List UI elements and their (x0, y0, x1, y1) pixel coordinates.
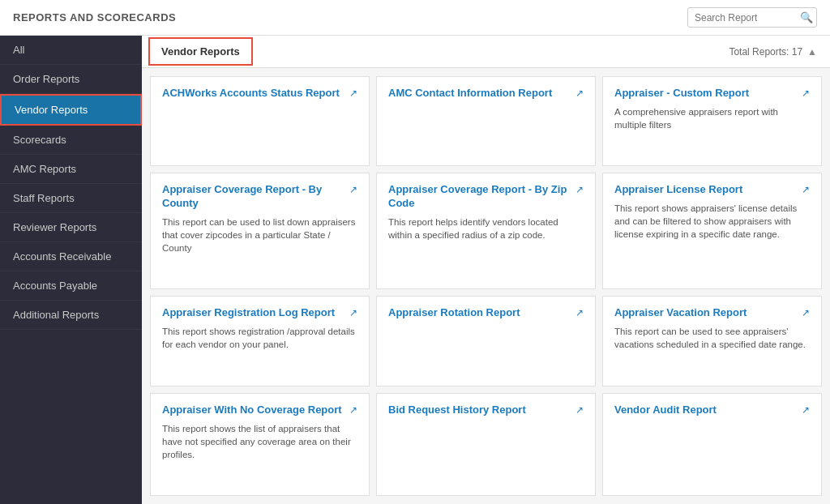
report-description: This report helps identify vendors locat… (388, 216, 584, 241)
report-title[interactable]: AMC Contact Information Report (388, 87, 552, 100)
report-card: Appraiser Registration Log Report↗This r… (150, 296, 370, 386)
report-card: Appraiser Coverage Report - By Zip Code↗… (376, 173, 596, 289)
report-card: Bid Request History Report↗ (376, 393, 596, 496)
external-link-icon[interactable]: ↗ (802, 404, 810, 416)
search-icon: 🔍 (800, 11, 813, 23)
external-link-icon[interactable]: ↗ (575, 184, 584, 195)
report-card: Appraiser - Custom Report↗A comprehensiv… (602, 76, 822, 166)
report-card: ACHWorks Accounts Status Report↗ (150, 76, 370, 166)
collapse-icon[interactable]: ▲ (807, 46, 817, 58)
search-box[interactable]: 🔍 (687, 7, 817, 28)
external-link-icon[interactable]: ↗ (349, 307, 357, 318)
sidebar-item-all[interactable]: All (0, 36, 142, 65)
report-title[interactable]: Appraiser - Custom Report (614, 87, 749, 100)
report-description: A comprehensive appraisers report with m… (614, 105, 810, 131)
sidebar-item-additional-reports[interactable]: Additional Reports (0, 301, 142, 330)
report-description: This report shows registration /approval… (162, 325, 357, 351)
report-card-header: ACHWorks Accounts Status Report↗ (162, 87, 357, 100)
sidebar-item-scorecards[interactable]: Scorecards (0, 126, 142, 155)
report-card: Appraiser Vacation Report↗This report ca… (602, 296, 822, 386)
tab-bar: Vendor Reports Total Reports: 17 ▲ (142, 36, 830, 68)
report-card-header: Appraiser Registration Log Report↗ (162, 306, 357, 320)
sidebar-item-order-reports[interactable]: Order Reports (0, 65, 142, 94)
reports-grid: ACHWorks Accounts Status Report↗AMC Cont… (142, 68, 830, 504)
external-link-icon[interactable]: ↗ (349, 404, 357, 416)
app-title: REPORTS AND SCORECARDS (13, 11, 176, 23)
sidebar-item-reviewer-reports[interactable]: Reviewer Reports (0, 213, 142, 242)
report-title[interactable]: Vendor Audit Report (614, 404, 717, 417)
external-link-icon[interactable]: ↗ (349, 184, 357, 195)
report-card-header: Bid Request History Report↗ (388, 404, 584, 417)
active-tab-label[interactable]: Vendor Reports (148, 37, 253, 66)
report-card: Appraiser With No Coverage Report↗This r… (150, 393, 370, 496)
report-card-header: Vendor Audit Report↗ (614, 404, 810, 417)
search-input[interactable] (695, 12, 800, 23)
sidebar-item-vendor-reports[interactable]: Vendor Reports (0, 94, 142, 126)
sidebar-item-accounts-payable[interactable]: Accounts Payable (0, 271, 142, 301)
report-card-header: Appraiser With No Coverage Report↗ (162, 404, 357, 417)
main-layout: AllOrder ReportsVendor ReportsScorecards… (0, 36, 830, 504)
report-description: This report shows the list of appraisers… (162, 422, 357, 461)
report-card-header: AMC Contact Information Report↗ (388, 87, 584, 100)
report-title[interactable]: Appraiser Vacation Report (614, 306, 747, 320)
sidebar-item-staff-reports[interactable]: Staff Reports (0, 184, 142, 213)
external-link-icon[interactable]: ↗ (575, 404, 584, 416)
external-link-icon[interactable]: ↗ (802, 88, 810, 99)
report-card-header: Appraiser Vacation Report↗ (614, 306, 810, 320)
report-title[interactable]: Appraiser Coverage Report - By Zip Code (388, 183, 571, 211)
sidebar-item-amc-reports[interactable]: AMC Reports (0, 155, 142, 184)
report-card: Vendor Audit Report↗ (602, 393, 822, 496)
report-card-header: Appraiser - Custom Report↗ (614, 87, 810, 100)
report-title[interactable]: Appraiser Rotation Report (388, 306, 520, 320)
total-reports-text: Total Reports: 17 (729, 46, 802, 58)
report-title[interactable]: Appraiser License Report (614, 183, 742, 197)
report-title[interactable]: Appraiser With No Coverage Report (162, 404, 342, 417)
external-link-icon[interactable]: ↗ (575, 307, 584, 318)
report-card-header: Appraiser License Report↗ (614, 183, 810, 197)
report-title[interactable]: Bid Request History Report (388, 404, 526, 417)
external-link-icon[interactable]: ↗ (575, 88, 584, 99)
report-card: Appraiser Coverage Report - By County↗Th… (150, 173, 370, 289)
report-title[interactable]: Appraiser Registration Log Report (162, 306, 335, 320)
external-link-icon[interactable]: ↗ (802, 307, 810, 318)
main-content: Vendor Reports Total Reports: 17 ▲ ACHWo… (142, 36, 830, 504)
external-link-icon[interactable]: ↗ (349, 88, 357, 99)
report-card-header: Appraiser Coverage Report - By County↗ (162, 183, 357, 211)
report-card-header: Appraiser Coverage Report - By Zip Code↗ (388, 183, 584, 211)
external-link-icon[interactable]: ↗ (802, 184, 810, 195)
sidebar-item-accounts-receivable[interactable]: Accounts Receivable (0, 242, 142, 271)
report-description: This report can be used to list down app… (162, 216, 357, 254)
app-header: REPORTS AND SCORECARDS 🔍 (0, 0, 830, 36)
total-reports-info: Total Reports: 17 ▲ (729, 46, 824, 58)
report-title[interactable]: ACHWorks Accounts Status Report (162, 87, 340, 100)
report-card-header: Appraiser Rotation Report↗ (388, 306, 584, 320)
report-description: This report can be used to see appraiser… (614, 325, 810, 351)
report-card: Appraiser License Report↗This report sho… (602, 173, 822, 289)
sidebar: AllOrder ReportsVendor ReportsScorecards… (0, 36, 142, 504)
report-title[interactable]: Appraiser Coverage Report - By County (162, 183, 344, 211)
report-card: Appraiser Rotation Report↗ (376, 296, 596, 386)
report-description: This report shows appraisers' license de… (614, 202, 810, 241)
report-card: AMC Contact Information Report↗ (376, 76, 596, 166)
